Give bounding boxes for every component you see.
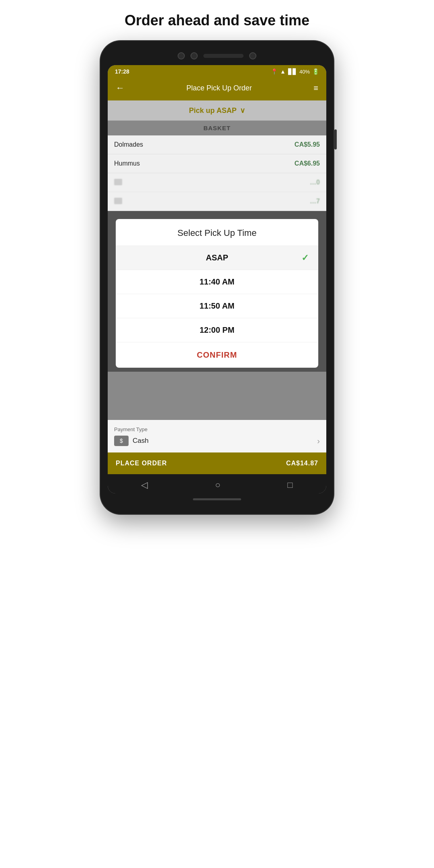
option-1150am[interactable]: 11:50 AM bbox=[116, 294, 318, 318]
status-time: 17:28 bbox=[115, 68, 129, 75]
nav-back-icon[interactable]: ◁ bbox=[141, 480, 148, 490]
battery-icon: 🔋 bbox=[312, 68, 319, 75]
item-name-dolmades: Dolmades bbox=[114, 141, 143, 148]
basket-items: Dolmades CA$5.95 Hummus CA$6.95 …0 …7 bbox=[108, 135, 326, 211]
app-header: ← Place Pick Up Order ≡ bbox=[108, 78, 326, 100]
check-icon: ✓ bbox=[301, 253, 309, 263]
option-1140am[interactable]: 11:40 AM bbox=[116, 270, 318, 294]
chevron-right-icon: › bbox=[317, 436, 320, 446]
payment-left: $ Cash bbox=[114, 436, 149, 446]
payment-type-label: Payment Type bbox=[114, 426, 320, 432]
payment-method: Cash bbox=[133, 437, 149, 445]
basket-item-dolmades: Dolmades CA$5.95 bbox=[108, 135, 326, 154]
camera-dot-left bbox=[178, 52, 185, 59]
battery-label: 40% bbox=[299, 69, 310, 75]
pickup-chevron: ∨ bbox=[240, 106, 245, 115]
pickup-time-modal: Select Pick Up Time ASAP ✓ 11:40 AM 11:5… bbox=[116, 219, 318, 368]
basket-item-hummus: Hummus CA$6.95 bbox=[108, 154, 326, 173]
item-price-hummus: CA$6.95 bbox=[295, 160, 320, 167]
page-title: Order ahead and save time bbox=[108, 12, 326, 29]
basket-header: BASKET bbox=[108, 121, 326, 135]
confirm-button[interactable]: CONFIRM bbox=[116, 342, 318, 368]
signal-icon: ▊▊ bbox=[288, 68, 297, 75]
nav-overview-icon[interactable]: □ bbox=[287, 480, 293, 490]
camera-dot-right bbox=[249, 52, 256, 59]
option-1200pm[interactable]: 12:00 PM bbox=[116, 318, 318, 342]
place-order-label: PLACE ORDER bbox=[116, 460, 167, 467]
status-bar: 17:28 📍 ▲ ▊▊ 40% 🔋 bbox=[108, 65, 326, 78]
cash-icon: $ bbox=[114, 436, 129, 446]
payment-row[interactable]: $ Cash › bbox=[114, 436, 320, 446]
item-price-dolmades: CA$5.95 bbox=[295, 141, 320, 148]
dimmed-spacer bbox=[108, 372, 326, 420]
basket-row-blurred-1: …0 bbox=[108, 173, 326, 192]
pickup-label: Pick up ASAP bbox=[189, 106, 236, 115]
overlay: Select Pick Up Time ASAP ✓ 11:40 AM 11:5… bbox=[108, 211, 326, 452]
option-asap[interactable]: ASAP ✓ bbox=[116, 246, 318, 270]
pickup-bar[interactable]: Pick up ASAP ∨ bbox=[108, 100, 326, 121]
place-order-total: CA$14.87 bbox=[286, 460, 318, 467]
header-title: Place Pick Up Order bbox=[186, 84, 252, 92]
speaker-bar bbox=[203, 54, 244, 58]
location-icon: 📍 bbox=[271, 68, 278, 75]
basket-row-blurred-2: …7 bbox=[108, 192, 326, 211]
nav-bar: ◁ ○ □ bbox=[108, 474, 326, 493]
phone-screen: 17:28 📍 ▲ ▊▊ 40% 🔋 ← Place Pick Up Order… bbox=[108, 65, 326, 493]
camera-dot-center bbox=[190, 52, 198, 59]
status-icons: 📍 ▲ ▊▊ 40% 🔋 bbox=[271, 68, 319, 75]
phone-bottom bbox=[108, 493, 326, 502]
phone-bottom-bar bbox=[193, 498, 241, 500]
volume-button bbox=[334, 129, 337, 149]
back-button[interactable]: ← bbox=[116, 83, 125, 93]
wifi-icon: ▲ bbox=[280, 68, 286, 75]
phone-top bbox=[108, 49, 326, 65]
modal-title: Select Pick Up Time bbox=[116, 219, 318, 246]
menu-button[interactable]: ≡ bbox=[313, 84, 318, 93]
nav-home-icon[interactable]: ○ bbox=[215, 480, 220, 490]
place-order-bar[interactable]: PLACE ORDER CA$14.87 bbox=[108, 452, 326, 474]
item-name-hummus: Hummus bbox=[114, 160, 140, 167]
payment-section: Payment Type $ Cash › bbox=[108, 420, 326, 452]
phone-frame: 17:28 📍 ▲ ▊▊ 40% 🔋 ← Place Pick Up Order… bbox=[100, 41, 334, 514]
